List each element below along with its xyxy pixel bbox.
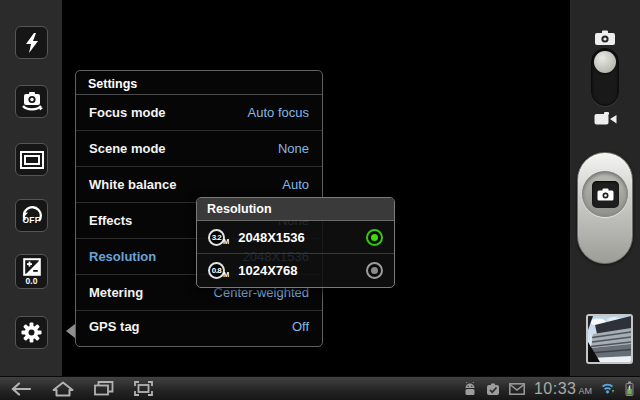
toggle-knob[interactable] xyxy=(594,51,616,73)
clock[interactable]: 10:33 AM xyxy=(534,380,592,398)
still-camera-icon xyxy=(594,30,616,46)
timer-state-label: OFF xyxy=(23,215,41,225)
task-check-icon[interactable] xyxy=(486,382,500,396)
shutter-button[interactable] xyxy=(577,152,633,264)
back-button[interactable] xyxy=(10,382,32,396)
shooting-mode-icon xyxy=(20,151,44,169)
gear-icon xyxy=(20,321,43,344)
screenshot-button[interactable] xyxy=(134,381,153,396)
radio-selected-icon[interactable] xyxy=(366,229,383,246)
recent-apps-icon xyxy=(94,381,114,396)
camera-shutter-icon xyxy=(597,188,614,201)
megapixel-unit: M xyxy=(223,270,229,279)
setting-value: Off xyxy=(292,319,309,334)
email-icon[interactable] xyxy=(509,383,525,395)
megapixel-unit: M xyxy=(223,237,229,246)
settings-row-gps-tag[interactable]: GPS tag Off xyxy=(76,311,322,341)
screenshot-icon xyxy=(134,381,153,396)
flash-button[interactable] xyxy=(15,26,48,59)
radio-dot xyxy=(371,234,378,241)
resolution-option-1024x768[interactable]: 0.8 M 1024X768 xyxy=(197,254,394,287)
setting-value: Auto focus xyxy=(248,105,309,120)
switch-camera-icon xyxy=(20,91,44,113)
status-cluster: 10:33 AM xyxy=(463,380,640,398)
timer-button[interactable]: OFF xyxy=(15,199,48,232)
setting-label: Metering xyxy=(89,285,143,300)
settings-button[interactable] xyxy=(15,316,48,349)
camera-app-screen: OFF 0.0 xyxy=(0,0,640,400)
home-button[interactable] xyxy=(52,381,74,397)
recent-apps-button[interactable] xyxy=(94,381,114,396)
setting-value: None xyxy=(278,141,309,156)
clock-meridiem: AM xyxy=(579,386,593,396)
exposure-icon xyxy=(23,258,41,276)
shutter-square xyxy=(592,181,619,208)
setting-label: Focus mode xyxy=(89,105,166,120)
settings-row-scene-mode[interactable]: Scene mode None xyxy=(76,131,322,167)
home-icon xyxy=(52,381,74,397)
android-robot-icon[interactable] xyxy=(463,382,477,396)
resolution-popup-title: Resolution xyxy=(197,198,394,221)
panel-pointer-arrow xyxy=(66,324,75,338)
resolution-option-label: 1024X768 xyxy=(238,263,297,278)
wifi-icon[interactable] xyxy=(601,382,616,395)
radio-unselected-icon[interactable] xyxy=(366,262,383,279)
camcorder-icon xyxy=(594,112,617,126)
last-photo-thumbnail[interactable] xyxy=(586,314,633,364)
system-bar: 10:33 AM xyxy=(0,376,640,400)
shutter-inner-circle xyxy=(582,171,628,217)
flash-icon xyxy=(24,33,40,53)
left-toolbar: OFF 0.0 xyxy=(0,0,62,376)
clock-time: 10:33 xyxy=(534,380,577,398)
setting-label: White balance xyxy=(89,177,176,192)
switch-camera-button[interactable] xyxy=(15,85,48,118)
setting-label: Effects xyxy=(89,213,132,228)
resolution-popup: Resolution 3.2 M 2048X1536 0.8 M 1024X76… xyxy=(196,197,395,288)
back-icon xyxy=(10,382,32,396)
setting-label: Scene mode xyxy=(89,141,166,156)
timer-icon: OFF xyxy=(19,203,45,229)
camera-video-toggle[interactable] xyxy=(591,48,619,106)
exposure-value-label: 0.0 xyxy=(26,277,38,285)
settings-row-focus-mode[interactable]: Focus mode Auto focus xyxy=(76,95,322,131)
setting-label: GPS tag xyxy=(89,319,140,334)
thumbnail-photo xyxy=(588,316,631,362)
setting-value: Auto xyxy=(282,177,309,192)
radio-dot xyxy=(371,267,378,274)
resolution-option-2048x1536[interactable]: 3.2 M 2048X1536 xyxy=(197,221,394,254)
resolution-option-label: 2048X1536 xyxy=(238,230,305,245)
settings-panel-title: Settings xyxy=(76,71,322,95)
exposure-button[interactable]: 0.0 xyxy=(15,254,48,289)
shooting-mode-button[interactable] xyxy=(15,143,48,176)
battery-icon[interactable] xyxy=(625,381,634,396)
setting-label: Resolution xyxy=(89,249,156,264)
